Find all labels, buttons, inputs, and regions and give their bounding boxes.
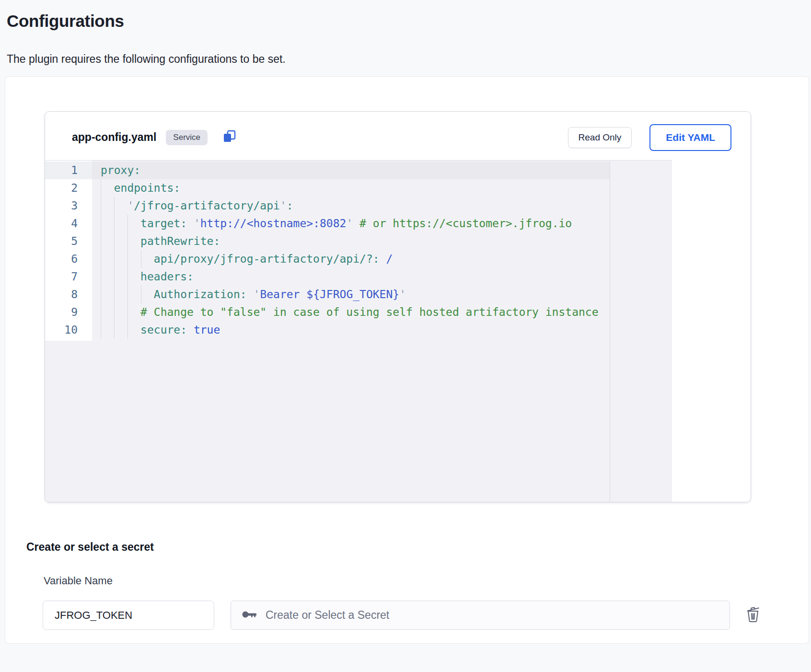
secret-inputs-row: Create or Select a Secret [43, 601, 771, 630]
copy-button[interactable] [223, 130, 236, 145]
code-line[interactable]: pathRewrite: [92, 232, 610, 250]
line-number: 10 [45, 321, 92, 339]
yaml-code-editor[interactable]: 12345678910 proxy: endpoints: '/jfrog-ar… [45, 160, 672, 502]
indent-guide [101, 179, 101, 339]
line-number: 7 [45, 268, 92, 286]
secret-select-input[interactable]: Create or Select a Secret [231, 601, 730, 630]
yaml-card-header: app-config.yaml Service Read Only Edit Y… [45, 112, 751, 160]
line-number: 1 [45, 162, 92, 179]
variable-name-label: Variable Name [44, 575, 809, 587]
secret-select-placeholder: Create or Select a Secret [266, 609, 389, 622]
code-line[interactable]: Authorization: 'Bearer ${JFROG_TOKEN}' [92, 286, 610, 303]
line-number: 3 [45, 197, 92, 215]
config-filename: app-config.yaml [72, 131, 156, 144]
configuration-panel: app-config.yaml Service Read Only Edit Y… [5, 76, 809, 644]
read-only-button[interactable]: Read Only [568, 127, 632, 148]
indent-guide [114, 197, 115, 339]
code-line[interactable]: headers: [92, 268, 610, 286]
secret-section-heading: Create or select a secret [26, 541, 809, 554]
key-icon [242, 609, 258, 622]
editor-scrollbar[interactable] [610, 161, 610, 502]
line-number: 8 [45, 286, 92, 303]
edit-yaml-button[interactable]: Edit YAML [649, 124, 731, 151]
variable-name-input[interactable] [43, 601, 214, 630]
code-line[interactable]: api/proxy/jfrog-artifactory/api/?: / [92, 250, 610, 268]
trash-icon [745, 606, 761, 625]
page-header: Configurations The plugin requires the f… [0, 0, 811, 66]
line-number: 2 [45, 179, 92, 197]
indent-guide [127, 215, 128, 339]
yaml-config-card: app-config.yaml Service Read Only Edit Y… [45, 111, 751, 502]
code-line[interactable]: target: 'http://<hostname>:8082' # or ht… [92, 215, 610, 232]
code-line[interactable]: # Change to "false" in case of using sel… [92, 303, 610, 321]
page-subtitle: The plugin requires the following config… [7, 53, 811, 66]
page-title: Configurations [7, 12, 811, 31]
indent-guide [141, 286, 141, 303]
code-content[interactable]: proxy: endpoints: '/jfrog-artifactory/ap… [92, 162, 610, 339]
code-line[interactable]: secure: true [92, 321, 610, 339]
code-line[interactable]: proxy: [92, 162, 610, 179]
service-badge: Service [166, 130, 208, 145]
code-line[interactable]: '/jfrog-artifactory/api': [92, 197, 610, 215]
gutter: 12345678910 [45, 161, 92, 341]
line-number: 9 [45, 303, 92, 321]
line-number: 4 [45, 215, 92, 232]
copy-icon [223, 130, 236, 145]
line-number: 6 [45, 250, 92, 268]
line-number: 5 [45, 232, 92, 250]
code-line[interactable]: endpoints: [92, 179, 610, 197]
indent-guide [141, 250, 141, 268]
delete-secret-button[interactable] [745, 606, 761, 625]
